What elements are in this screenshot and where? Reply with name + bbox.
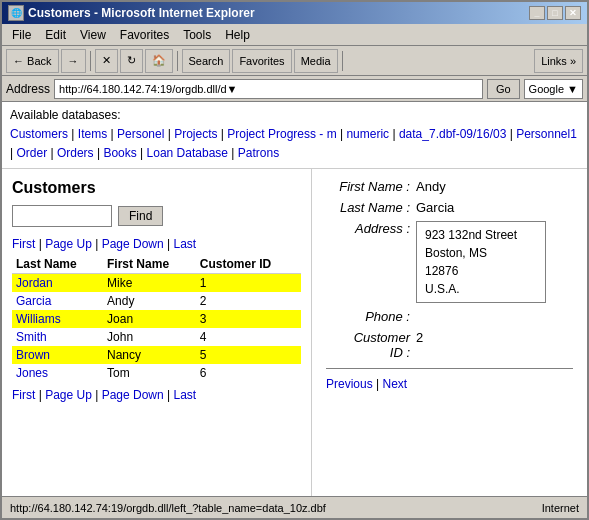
close-button[interactable]: ✕ [565, 6, 581, 20]
table-row[interactable]: Garcia Andy 2 [12, 292, 301, 310]
home-button[interactable]: 🏠 [145, 49, 173, 73]
table-row[interactable]: Jordan Mike 1 [12, 273, 301, 292]
db-link-data7[interactable]: data_7.dbf-09/16/03 [399, 127, 506, 141]
cell-lastname[interactable]: Williams [12, 310, 103, 328]
maximize-button[interactable]: □ [547, 6, 563, 20]
col-lastname: Last Name [12, 255, 103, 274]
cell-lastname[interactable]: Garcia [12, 292, 103, 310]
table-row[interactable]: Smith John 4 [12, 328, 301, 346]
go-button[interactable]: Go [487, 79, 520, 99]
customerid-row: CustomerID : 2 [326, 330, 573, 360]
address-bar: Address Go Google ▼ [2, 76, 587, 102]
favorites-button[interactable]: Favorites [232, 49, 291, 73]
title-bar: 🌐 Customers - Microsoft Internet Explore… [2, 2, 587, 24]
cell-customerid: 2 [196, 292, 301, 310]
cell-customerid: 3 [196, 310, 301, 328]
page-up-link-bottom[interactable]: Page Up [45, 388, 92, 402]
lastname-link[interactable]: Jones [16, 366, 48, 380]
cell-lastname[interactable]: Jones [12, 364, 103, 382]
db-link-customers[interactable]: Customers [10, 127, 68, 141]
lastname-link[interactable]: Jordan [16, 276, 53, 290]
firstname-row: First Name : Andy [326, 179, 573, 194]
menu-bar: File Edit View Favorites Tools Help [2, 24, 587, 46]
db-link-numeric[interactable]: numeric [346, 127, 389, 141]
address-line-1: 923 132nd Street [425, 226, 537, 244]
cell-lastname[interactable]: Brown [12, 346, 103, 364]
col-customerid: Customer ID [196, 255, 301, 274]
back-button[interactable]: ← Back [6, 49, 59, 73]
customerid-label: CustomerID : [326, 330, 416, 360]
last-link-bottom[interactable]: Last [173, 388, 196, 402]
cell-lastname[interactable]: Jordan [12, 273, 103, 292]
db-link-orders[interactable]: Orders [57, 146, 94, 160]
status-right: Internet [542, 502, 579, 514]
toolbar-separator-1 [90, 51, 91, 71]
menu-favorites[interactable]: Favorites [114, 26, 175, 44]
lastname-value: Garcia [416, 200, 454, 215]
lastname-link[interactable]: Garcia [16, 294, 51, 308]
first-link-top[interactable]: First [12, 237, 35, 251]
lastname-link[interactable]: Williams [16, 312, 61, 326]
menu-file[interactable]: File [6, 26, 37, 44]
address-line-2: Boston, MS [425, 244, 537, 262]
search-row: Find [12, 205, 301, 227]
links-button[interactable]: Links » [534, 49, 583, 73]
table-row[interactable]: Jones Tom 6 [12, 364, 301, 382]
status-bar: http://64.180.142.74:19/orgdb.dll/left_?… [2, 496, 587, 518]
table-row[interactable]: Brown Nancy 5 [12, 346, 301, 364]
search-input[interactable] [12, 205, 112, 227]
data-table: Last Name First Name Customer ID Jordan … [12, 255, 301, 382]
main-content: Customers Find First | Page Up | Page Do… [2, 169, 587, 496]
address-label-right: Address : [326, 221, 416, 236]
first-link-bottom[interactable]: First [12, 388, 35, 402]
media-button[interactable]: Media [294, 49, 338, 73]
page-down-link-bottom[interactable]: Page Down [102, 388, 164, 402]
title-bar-left: 🌐 Customers - Microsoft Internet Explore… [8, 5, 255, 21]
find-button[interactable]: Find [118, 206, 163, 226]
address-row: Address : 923 132nd Street Boston, MS 12… [326, 221, 573, 303]
bottom-nav: Previous | Next [326, 377, 573, 391]
left-panel: Customers Find First | Page Up | Page Do… [2, 169, 312, 496]
google-search[interactable]: Google ▼ [524, 79, 583, 99]
page-down-link-top[interactable]: Page Down [102, 237, 164, 251]
page-up-link-top[interactable]: Page Up [45, 237, 92, 251]
db-link-items[interactable]: Items [78, 127, 107, 141]
stop-button[interactable]: ✕ [95, 49, 118, 73]
forward-button[interactable]: → [61, 49, 86, 73]
refresh-button[interactable]: ↻ [120, 49, 143, 73]
next-link[interactable]: Next [382, 377, 407, 391]
nav-links-bottom: First | Page Up | Page Down | Last [12, 388, 301, 402]
previous-link[interactable]: Previous [326, 377, 373, 391]
lastname-link[interactable]: Brown [16, 348, 50, 362]
db-link-books[interactable]: Books [103, 146, 136, 160]
address-line-4: U.S.A. [425, 280, 537, 298]
db-link-projects[interactable]: Projects [174, 127, 217, 141]
panel-title: Customers [12, 179, 301, 197]
cell-firstname: Mike [103, 273, 196, 292]
cell-lastname[interactable]: Smith [12, 328, 103, 346]
cell-firstname: Joan [103, 310, 196, 328]
address-box: 923 132nd Street Boston, MS 12876 U.S.A. [416, 221, 546, 303]
cell-customerid: 4 [196, 328, 301, 346]
toolbar-separator-2 [177, 51, 178, 71]
db-link-patrons[interactable]: Patrons [238, 146, 279, 160]
firstname-value: Andy [416, 179, 446, 194]
minimize-button[interactable]: _ [529, 6, 545, 20]
menu-help[interactable]: Help [219, 26, 256, 44]
last-link-top[interactable]: Last [173, 237, 196, 251]
db-link-personnel1[interactable]: Personnel1 [516, 127, 577, 141]
address-input[interactable] [54, 79, 483, 99]
lastname-label: Last Name : [326, 200, 416, 215]
db-link-personel[interactable]: Personel [117, 127, 164, 141]
menu-view[interactable]: View [74, 26, 112, 44]
db-link-order[interactable]: Order [16, 146, 47, 160]
db-link-project-progress[interactable]: Project Progress - m [227, 127, 336, 141]
title-bar-controls: _ □ ✕ [529, 6, 581, 20]
menu-tools[interactable]: Tools [177, 26, 217, 44]
table-row[interactable]: Williams Joan 3 [12, 310, 301, 328]
menu-edit[interactable]: Edit [39, 26, 72, 44]
lastname-link[interactable]: Smith [16, 330, 47, 344]
search-button[interactable]: Search [182, 49, 231, 73]
db-link-loan[interactable]: Loan Database [147, 146, 228, 160]
cell-firstname: Andy [103, 292, 196, 310]
